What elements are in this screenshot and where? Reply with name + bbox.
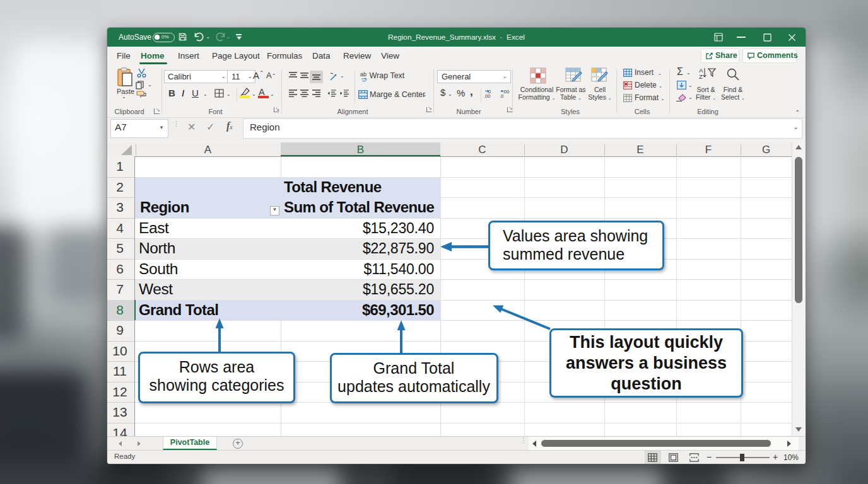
svg-text:ab: ab	[360, 71, 367, 78]
svg-text:.0: .0	[500, 93, 503, 98]
svg-text:Z: Z	[699, 73, 703, 79]
svg-text:.00: .00	[484, 93, 490, 98]
svg-text:.00: .00	[503, 89, 509, 95]
